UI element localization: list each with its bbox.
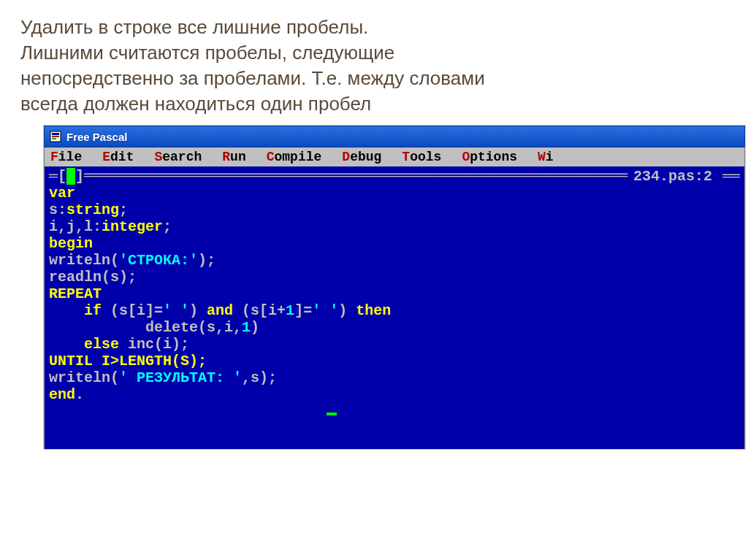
code-line: s:string; <box>45 202 744 218</box>
code-line: i,j,l:integer; <box>45 218 744 235</box>
menu-compile[interactable]: Compile <box>267 150 322 164</box>
code-line: writeln('СТРОКА:'); <box>45 252 744 269</box>
menu-options[interactable]: Options <box>462 150 517 164</box>
app-icon <box>49 130 62 143</box>
title-line-4: всегда должен находиться один пробел <box>20 91 728 117</box>
code-line: delete(s,i,1) <box>45 319 744 336</box>
svg-rect-3 <box>52 138 56 139</box>
title-line-2: Лишними считаются пробелы, следующие <box>20 40 728 66</box>
ide-window: Free Pascal File Edit Search Run Compile… <box>44 126 745 449</box>
cursor-line <box>45 403 744 420</box>
code-line: UNTIL I>LENGTH(S); <box>45 353 744 369</box>
slide-title: Удалить в строке все лишние пробелы. Лиш… <box>0 0 748 126</box>
menu-tools[interactable]: Tools <box>402 150 441 164</box>
menu-window[interactable]: Wi <box>538 150 554 164</box>
window-titlebar[interactable]: Free Pascal <box>44 126 745 147</box>
menu-search[interactable]: Search <box>154 150 202 164</box>
title-line-3: непосредственно за пробелами. Т.е. между… <box>20 66 728 91</box>
editor-filename: 234.pas:2 <box>632 168 722 185</box>
menu-bar: File Edit Search Run Compile Debug Tools… <box>44 147 745 166</box>
title-line-1: Удалить в строке все лишние пробелы. <box>20 15 728 40</box>
code-line: if (s[i]=' ') and (s[i+1]=' ') then <box>45 302 744 319</box>
code-line: var <box>45 185 744 202</box>
code-line: readln(s); <box>45 269 744 285</box>
code-line: else inc(i); <box>45 336 744 353</box>
code-line: REPEAT <box>45 285 744 302</box>
menu-debug[interactable]: Debug <box>342 150 381 164</box>
text-cursor <box>327 413 337 415</box>
window-title: Free Pascal <box>66 131 127 143</box>
menu-file[interactable]: File <box>50 150 82 164</box>
code-line: writeln(' РЕЗУЛЬТАТ: ',s); <box>45 369 744 386</box>
menu-edit[interactable]: Edit <box>102 150 134 164</box>
editor-frame-top: ═[■] 234.pas:2 ══ <box>45 168 744 185</box>
svg-rect-2 <box>52 136 59 137</box>
code-line: end. <box>45 386 744 403</box>
svg-rect-1 <box>52 133 59 135</box>
code-line: begin <box>45 235 744 252</box>
menu-run[interactable]: Run <box>222 150 245 164</box>
code-editor[interactable]: ═[■] 234.pas:2 ══ var s:string; i,j,l:in… <box>44 166 745 449</box>
